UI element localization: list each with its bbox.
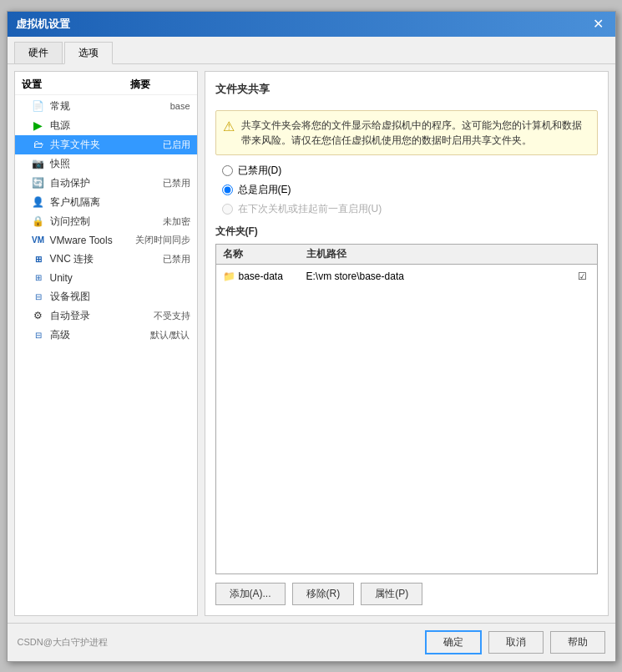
sidebar-item-device-view[interactable]: ⊟ 设备视图 xyxy=(15,287,197,306)
close-button[interactable]: ✕ xyxy=(590,16,607,33)
device-icon: ⊟ xyxy=(32,290,45,303)
col-header-summary: 摘要 xyxy=(130,78,190,92)
dialog: 虚拟机设置 ✕ 硬件 选项 设置 摘要 📄 常规 base xyxy=(7,11,616,662)
sidebar-item-vnc[interactable]: ⊞ VNC 连接 已禁用 xyxy=(15,250,197,269)
autologin-icon: ⚙ xyxy=(32,309,45,322)
folder-path: E:\vm store\base-data xyxy=(306,270,572,282)
warning-text: 共享文件夹会将您的文件显示给虚拟机中的程序。这可能为您的计算机和数据带来风险。请… xyxy=(241,118,590,148)
sidebar-item-vmware-tools[interactable]: VM VMware Tools 关闭时间同步 xyxy=(15,231,197,250)
radio-always-input[interactable] xyxy=(222,184,233,195)
autoprotect-icon: 🔄 xyxy=(32,176,45,189)
lock-icon: 🔒 xyxy=(32,215,45,228)
unity-icon: ⊞ xyxy=(32,271,45,285)
radio-until-off: 在下次关机或挂起前一直启用(U) xyxy=(222,202,598,216)
folder-table-body: 📁 base-data E:\vm store\base-data ☑ xyxy=(216,265,597,573)
sharing-radio-group: 已禁用(D) 总是启用(E) 在下次关机或挂起前一直启用(U) xyxy=(215,164,598,216)
footer: CSDN@大白守护进程 确定 取消 帮助 xyxy=(8,623,615,661)
right-panel-title: 文件夹共享 xyxy=(215,82,598,97)
sidebar-item-access-control[interactable]: 🔒 访问控制 未加密 xyxy=(15,212,197,231)
folder-row[interactable]: 📁 base-data E:\vm store\base-data ☑ xyxy=(220,268,594,285)
vnc-icon: ⊞ xyxy=(32,252,45,265)
shared-folder-icon: 🗁 xyxy=(32,138,45,151)
folder-table: 名称 主机路径 📁 base-data E:\vm store\base-dat… xyxy=(215,244,598,574)
folder-section: 文件夹(F) 名称 主机路径 📁 base-data E:\vm store\b… xyxy=(215,225,598,605)
properties-button[interactable]: 属性(P) xyxy=(361,583,422,605)
radio-until-off-input xyxy=(222,204,233,215)
dialog-title: 虚拟机设置 xyxy=(16,17,70,32)
watermark: CSDN@大白守护进程 xyxy=(18,636,108,649)
col-header-name: 名称 xyxy=(223,247,306,261)
snapshot-icon: 📷 xyxy=(32,157,45,170)
tab-options[interactable]: 选项 xyxy=(64,42,113,64)
sidebar-item-shared-folders[interactable]: 🗁 共享文件夹 已启用 xyxy=(15,135,197,154)
general-icon: 📄 xyxy=(32,99,45,113)
vmware-icon: VM xyxy=(32,234,45,247)
cancel-button[interactable]: 取消 xyxy=(488,631,544,654)
sidebar-item-power[interactable]: ▶ 电源 xyxy=(15,116,197,135)
main-content: 设置 摘要 📄 常规 base ▶ 电源 🗁 共享文件夹 已启用 xyxy=(8,64,615,623)
title-bar: 虚拟机设置 ✕ xyxy=(8,12,615,37)
sidebar-item-autologin[interactable]: ⚙ 自动登录 不受支持 xyxy=(15,306,197,326)
sidebar-item-general[interactable]: 📄 常规 base xyxy=(15,97,197,116)
sidebar-item-snapshot[interactable]: 📷 快照 xyxy=(15,154,197,174)
help-button[interactable]: 帮助 xyxy=(550,631,605,654)
folder-icon: 📁 xyxy=(223,270,235,282)
col-header-path: 主机路径 xyxy=(306,247,590,261)
radio-disabled[interactable]: 已禁用(D) xyxy=(222,164,598,178)
left-panel: 设置 摘要 📄 常规 base ▶ 电源 🗁 共享文件夹 已启用 xyxy=(14,71,198,616)
ok-button[interactable]: 确定 xyxy=(425,630,482,654)
tab-hardware[interactable]: 硬件 xyxy=(14,42,63,63)
warning-box: ⚠ 共享文件夹会将您的文件显示给虚拟机中的程序。这可能为您的计算机和数据带来风险… xyxy=(215,110,598,155)
folder-section-label: 文件夹(F) xyxy=(215,225,598,239)
right-panel: 文件夹共享 ⚠ 共享文件夹会将您的文件显示给虚拟机中的程序。这可能为您的计算机和… xyxy=(205,71,609,616)
radio-always[interactable]: 总是启用(E) xyxy=(222,183,598,197)
folder-buttons: 添加(A)... 移除(R) 属性(P) xyxy=(215,579,598,605)
col-header-setting: 设置 xyxy=(22,78,130,92)
radio-disabled-input[interactable] xyxy=(222,165,233,176)
advanced-icon: ⊟ xyxy=(32,328,45,341)
add-button[interactable]: 添加(A)... xyxy=(215,583,286,605)
power-icon: ▶ xyxy=(32,119,45,132)
folder-name: 📁 base-data xyxy=(223,270,303,282)
remove-button[interactable]: 移除(R) xyxy=(292,583,355,605)
sidebar-item-guest-isolation[interactable]: 👤 客户机隔离 xyxy=(15,193,197,212)
sidebar-item-unity[interactable]: ⊞ Unity xyxy=(15,269,197,287)
folder-checkbox[interactable]: ☑ xyxy=(575,270,590,282)
sidebar-item-advanced[interactable]: ⊟ 高级 默认/默认 xyxy=(15,326,197,345)
guest-icon: 👤 xyxy=(32,195,45,209)
tab-bar: 硬件 选项 xyxy=(8,37,615,64)
folder-table-header: 名称 主机路径 xyxy=(216,245,597,265)
sidebar-item-autoprotect[interactable]: 🔄 自动保护 已禁用 xyxy=(15,174,197,193)
warning-icon: ⚠ xyxy=(223,119,235,134)
